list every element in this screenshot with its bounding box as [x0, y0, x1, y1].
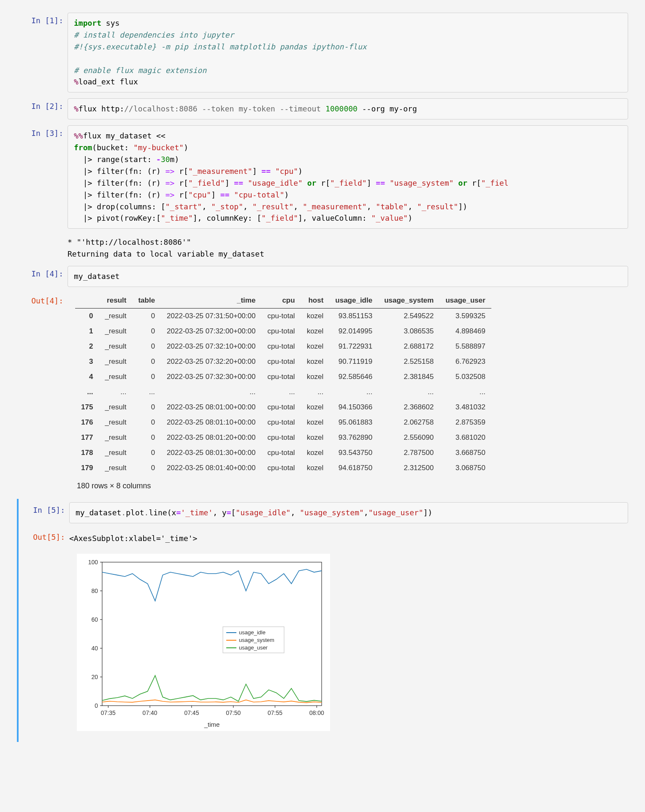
cell: 92.014995 [329, 324, 378, 339]
cell: 3.068750 [439, 460, 491, 476]
cell: 94.618750 [329, 460, 378, 476]
cell: ... [132, 384, 161, 400]
cell: 2.549522 [378, 309, 439, 324]
cell: 5.588897 [439, 339, 491, 354]
cell: 93.543750 [329, 445, 378, 460]
svg-text:usage_user: usage_user [239, 644, 268, 651]
code-input-1[interactable]: import sys # install dependencies into j… [68, 13, 628, 92]
cell: 92.585646 [329, 369, 378, 384]
cell: 2.525158 [378, 354, 439, 369]
cell: 0 [132, 430, 161, 445]
cell: 2022-03-25 07:32:20+00:00 [161, 354, 261, 369]
row-index: 0 [75, 309, 99, 324]
cell: 2022-03-25 07:32:00+00:00 [161, 324, 261, 339]
df-col-header: cpu [261, 293, 301, 309]
dataframe-output: resulttable_timecpuhostusage_idleusage_s… [68, 293, 628, 493]
cell: kozel [301, 354, 330, 369]
cell: kozel [301, 415, 330, 430]
svg-text:0: 0 [95, 702, 98, 709]
row-index: 177 [75, 430, 99, 445]
cell: 2022-03-25 08:01:10+00:00 [161, 415, 261, 430]
cell: 90.711919 [329, 354, 378, 369]
cell: 2022-03-25 08:01:20+00:00 [161, 430, 261, 445]
cell: cpu-total [261, 354, 301, 369]
cell: 2.875359 [439, 415, 491, 430]
prompt-empty-3 [17, 235, 68, 238]
svg-text:07:55: 07:55 [268, 709, 282, 716]
cell: cpu-total [261, 309, 301, 324]
dataframe-table: resulttable_timecpuhostusage_idleusage_s… [75, 293, 491, 476]
cell-4-output: Out[4]: resulttable_timecpuhostusage_idl… [17, 293, 628, 493]
dataframe-summary: 180 rows × 8 columns [77, 482, 628, 490]
cell: kozel [301, 445, 330, 460]
cell: 2022-03-25 07:31:50+00:00 [161, 309, 261, 324]
repr-5: <AxesSubplot:xlabel='_time'> [69, 529, 628, 544]
df-col-header: usage_idle [329, 293, 378, 309]
svg-text:100: 100 [88, 559, 98, 566]
table-row: 3_result02022-03-25 07:32:20+00:00cpu-to… [75, 354, 491, 369]
prompt-out-5: Out[5]: [19, 529, 69, 541]
cell: 2022-03-25 08:01:00+00:00 [161, 400, 261, 415]
row-index: 1 [75, 324, 99, 339]
cell: kozel [301, 309, 330, 324]
cell: 2022-03-25 08:01:40+00:00 [161, 460, 261, 476]
cell: 3.681020 [439, 430, 491, 445]
code-input-4[interactable]: my_dataset [68, 266, 628, 287]
code-input-2[interactable]: %flux http://localhost:8086 --token my-t… [68, 98, 628, 119]
df-col-header: result [99, 293, 132, 309]
cell: kozel [301, 339, 330, 354]
cell: ... [301, 384, 330, 400]
cell: _result [99, 369, 132, 384]
code-input-3[interactable]: %%flux my_dataset << from(bucket: "my-bu… [68, 125, 628, 229]
table-row: ........................... [75, 384, 491, 400]
svg-text:07:50: 07:50 [226, 709, 241, 716]
table-row: 2_result02022-03-25 07:32:10+00:00cpu-to… [75, 339, 491, 354]
cell: kozel [301, 400, 330, 415]
prompt-out-4: Out[4]: [17, 293, 68, 305]
df-col-header: usage_system [378, 293, 439, 309]
table-row: 175_result02022-03-25 08:01:00+00:00cpu-… [75, 400, 491, 415]
cell: 6.762923 [439, 354, 491, 369]
cell: ... [161, 384, 261, 400]
cell: 0 [132, 460, 161, 476]
cell: kozel [301, 460, 330, 476]
svg-text:40: 40 [91, 645, 98, 652]
cell: kozel [301, 430, 330, 445]
cell: _result [99, 339, 132, 354]
cell: kozel [301, 369, 330, 384]
notebook-page: In [1]: import sys # install dependencie… [0, 0, 645, 767]
cell: 0 [132, 354, 161, 369]
table-row: 0_result02022-03-25 07:31:50+00:00cpu-to… [75, 309, 491, 324]
code-input-5[interactable]: my_dataset.plot.line(x='_time', y=["usag… [69, 502, 628, 523]
cell: 2.787500 [378, 445, 439, 460]
svg-text:usage_system: usage_system [239, 637, 274, 643]
cell-3: In [3]: %%flux my_dataset << from(bucket… [17, 125, 628, 229]
running-cell-wrapper: In [5]: my_dataset.plot.line(x='_time', … [17, 499, 628, 742]
df-col-header: _time [161, 293, 261, 309]
cell: _result [99, 324, 132, 339]
row-index: ... [75, 384, 99, 400]
cell: 0 [132, 309, 161, 324]
cell: 93.762890 [329, 430, 378, 445]
svg-text:20: 20 [91, 674, 98, 680]
svg-text:60: 60 [91, 616, 98, 623]
cell: cpu-total [261, 415, 301, 430]
cell: 2.368602 [378, 400, 439, 415]
prompt-in-4: In [4]: [17, 266, 68, 278]
prompt-empty-5 [19, 550, 69, 554]
table-row: 178_result02022-03-25 08:01:30+00:00cpu-… [75, 445, 491, 460]
cell: 2022-03-25 07:32:30+00:00 [161, 369, 261, 384]
cell: 2.556090 [378, 430, 439, 445]
cell: 94.150366 [329, 400, 378, 415]
cell: _result [99, 309, 132, 324]
cell: 2.688172 [378, 339, 439, 354]
cell: 93.851153 [329, 309, 378, 324]
stdout-3: * "'http://localhost:8086'" Returning da… [68, 235, 628, 260]
df-col-header: usage_user [439, 293, 491, 309]
cell: 0 [132, 324, 161, 339]
df-col-header: host [301, 293, 330, 309]
line-chart: 02040608010007:3507:4007:4507:5007:5508:… [77, 554, 330, 731]
row-index: 176 [75, 415, 99, 430]
cell: 2.062758 [378, 415, 439, 430]
cell: ... [99, 384, 132, 400]
